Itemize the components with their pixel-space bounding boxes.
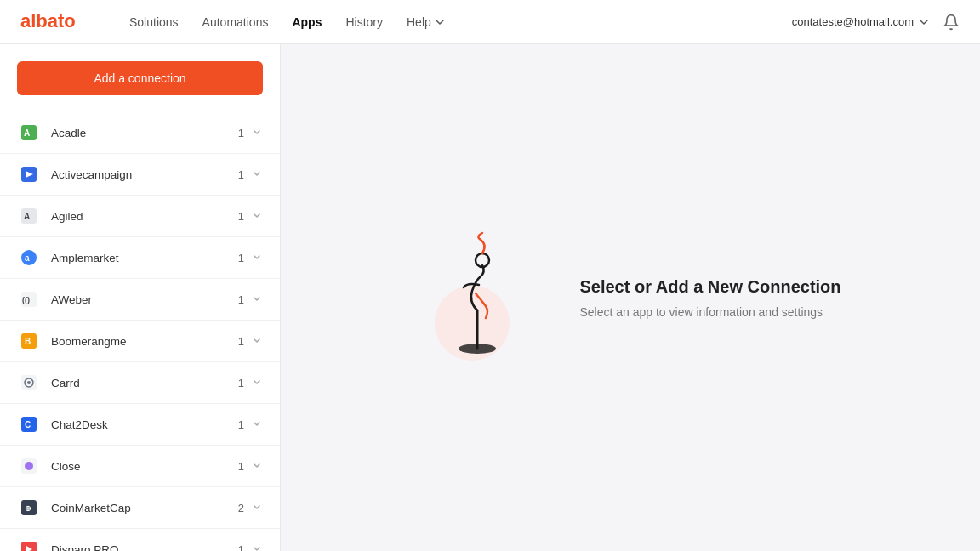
app-list-item[interactable]: A Agiled 1 [0,196,280,237]
main-content: Select or Add a New Connection Select an… [281,44,980,551]
app-list-item[interactable]: a Amplemarket 1 [0,237,280,279]
chevron-right-icon [251,502,263,514]
nav-automations[interactable]: Automations [202,15,269,29]
nav-help[interactable]: Help [407,15,445,29]
chevron-right-icon [251,418,263,430]
app-list-item[interactable]: B Boomerangme 1 [0,321,280,362]
nav-solutions[interactable]: Solutions [129,15,179,29]
app-list-item[interactable]: (() AWeber 1 [0,279,280,321]
app-list-item[interactable]: Close 1 [0,446,280,487]
app-icon: A [17,121,41,145]
app-icon: A [17,204,41,228]
app-name: AWeber [51,293,238,306]
chevron-down-icon [435,17,445,27]
app-count: 1 [238,460,244,473]
app-count: 1 [238,127,244,139]
main-nav: Solutions Automations Apps History Help [129,15,765,29]
chevron-down-icon [919,17,929,27]
nav-history[interactable]: History [345,15,383,29]
empty-state: Select or Add a New Connection Select an… [419,230,840,366]
sidebar: Add a connection A Acadle 1 Activecampai… [0,44,281,551]
chevron-right-icon [251,377,263,389]
app-count: 1 [238,543,244,552]
svg-text:B: B [25,337,31,346]
svg-point-15 [27,381,31,384]
app-icon: ⊕ [17,496,41,520]
app-name: Carrd [51,377,238,389]
notification-bell-icon[interactable] [943,14,960,31]
svg-text:a: a [25,253,30,263]
chevron-right-icon [251,293,263,305]
app-list-item[interactable]: Disparo PRO 1 [0,529,280,551]
app-name: Chat2Desk [51,418,238,431]
chevron-right-icon [251,335,263,347]
header: albato Solutions Automations Apps Histor… [0,0,980,44]
app-count: 1 [238,335,244,348]
svg-text:A: A [24,128,30,138]
add-connection-button[interactable]: Add a connection [17,61,263,95]
app-icon: C [17,412,41,436]
chevron-right-icon [251,127,263,139]
logo[interactable]: albato [20,9,88,36]
app-name: Activecampaign [51,168,238,181]
app-count: 1 [238,210,244,223]
app-list-item[interactable]: C Chat2Desk 1 [0,404,280,446]
app-icon: B [17,329,41,353]
empty-state-title: Select or Add a New Connection [579,277,840,297]
app-icon [17,371,41,395]
app-count: 1 [238,377,244,389]
app-name: CoinMarketCap [51,502,238,514]
app-list-item[interactable]: Activecampaign 1 [0,154,280,196]
app-icon [17,454,41,478]
app-list-item[interactable]: ⊕ CoinMarketCap 2 [0,487,280,529]
app-count: 1 [238,293,244,306]
app-name: Disparo PRO [51,543,238,552]
svg-text:C: C [25,420,31,429]
user-email[interactable]: contateste@hotmail.com [792,15,929,28]
illustration [419,230,538,366]
app-name: Amplemarket [51,252,238,264]
app-icon [17,537,41,551]
chevron-right-icon [251,168,263,180]
svg-point-19 [25,462,33,470]
app-icon: a [17,246,41,270]
header-right: contateste@hotmail.com [792,14,960,31]
app-name: Agiled [51,210,238,223]
empty-state-subtitle: Select an app to view information and se… [579,305,840,319]
svg-text:⊕: ⊕ [25,504,31,513]
app-icon: (() [17,287,41,311]
svg-text:albato: albato [20,10,76,31]
app-name: Close [51,460,238,473]
app-count: 1 [238,252,244,264]
main-layout: Add a connection A Acadle 1 Activecampai… [0,44,980,551]
svg-text:((): (() [22,296,30,304]
app-list-item[interactable]: Carrd 1 [0,362,280,404]
app-icon [17,162,41,186]
app-count: 1 [238,168,244,181]
app-list-item[interactable]: A Acadle 1 [0,112,280,154]
chevron-right-icon [251,543,263,551]
chevron-right-icon [251,252,263,264]
chevron-right-icon [251,460,263,472]
nav-apps[interactable]: Apps [292,15,322,29]
app-count: 1 [238,418,244,431]
app-list: A Acadle 1 Activecampaign 1 A Agiled 1 a… [0,112,280,551]
app-name: Boomerangme [51,335,238,348]
chevron-right-icon [251,210,263,222]
svg-text:A: A [24,212,30,221]
empty-text: Select or Add a New Connection Select an… [579,277,840,319]
app-name: Acadle [51,127,238,139]
app-count: 2 [238,502,244,514]
